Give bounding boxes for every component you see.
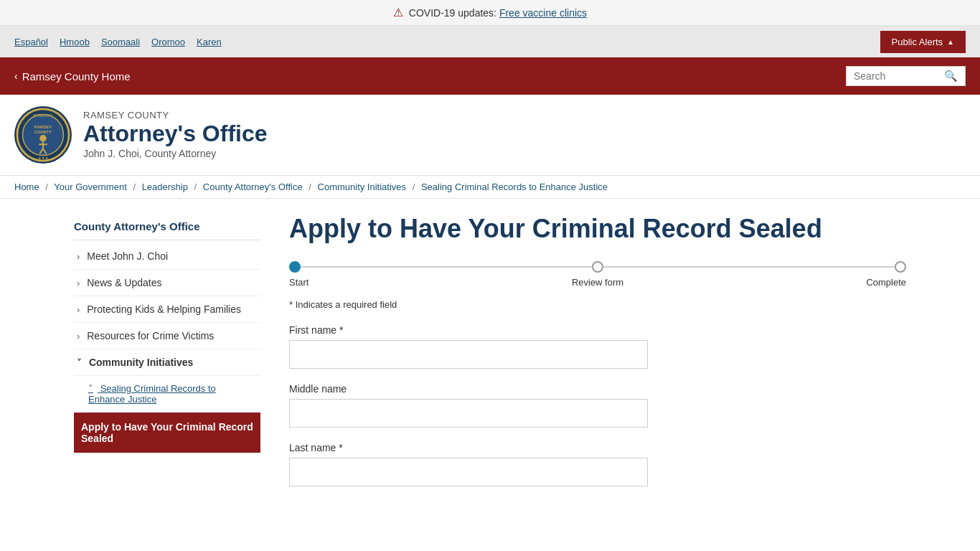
step-connector-1 (301, 266, 592, 268)
sidebar-item-community[interactable]: ˅ Community Initiatives (74, 349, 260, 376)
breadcrumb-leadership[interactable]: Leadership (142, 182, 188, 192)
public-alerts-caret: ▲ (947, 38, 954, 46)
svg-point-4 (39, 135, 47, 142)
form-group-last-name: Last name * (289, 442, 906, 486)
form-area: Apply to Have Your Criminal Record Seale… (289, 213, 906, 501)
sidebar-label-crime: Resources for Crime Victims (87, 330, 214, 342)
office-name: Attorney's Office (83, 121, 268, 146)
main-content: County Attorney's Office › Meet John J. … (60, 199, 920, 515)
svg-text:MINNESOTA: MINNESOTA (33, 114, 54, 118)
arrow-icon-community: ˅ (77, 357, 82, 368)
alert-text: COVID-19 updates: (409, 7, 496, 19)
input-first-name[interactable] (289, 340, 648, 369)
arrow-icon-sealing: ˅ (88, 383, 93, 394)
county-seal-logo: RAMSEY COUNTY ★ ★ ★ MINNESOTA (14, 106, 72, 164)
lang-soomaali[interactable]: Soomaali (101, 37, 140, 47)
sidebar-item-crime-victims[interactable]: › Resources for Crime Victims (74, 323, 260, 349)
sidebar: County Attorney's Office › Meet John J. … (74, 213, 260, 501)
breadcrumb-community-initiatives[interactable]: Community Initiatives (318, 182, 407, 192)
site-title: RAMSEY COUNTY Attorney's Office John J. … (83, 110, 268, 160)
language-links: Español Hmoob Soomaali Oromoo Karen (14, 37, 222, 47)
sidebar-item-protecting-kids[interactable]: › Protecting Kids & Helping Families (74, 296, 260, 323)
search-input[interactable] (854, 70, 940, 82)
search-icon: 🔍 (944, 70, 958, 83)
required-note: * Indicates a required field (289, 299, 906, 310)
dept-name: RAMSEY COUNTY (83, 110, 268, 121)
public-alerts-label: Public Alerts (892, 37, 943, 47)
sidebar-label-sealing: Sealing Criminal Records to Enhance Just… (88, 383, 216, 405)
input-last-name[interactable] (289, 458, 648, 486)
progress-steps-row (289, 261, 906, 273)
label-last-name: Last name * (289, 442, 906, 453)
arrow-icon-crime: › (77, 331, 80, 342)
sidebar-label-community: Community Initiatives (89, 357, 193, 368)
sidebar-item-sealing[interactable]: ˅ Sealing Criminal Records to Enhance Ju… (85, 376, 260, 413)
form-group-middle-name: Middle name (289, 383, 906, 428)
step-label-complete: Complete (700, 277, 906, 288)
label-first-name: First name * (289, 324, 906, 336)
alert-bar: ⚠ COVID-19 updates: Free vaccine clinics (0, 0, 980, 26)
search-box: 🔍 (846, 66, 966, 86)
attorney-name: John J. Choi, County Attorney (83, 148, 268, 160)
breadcrumb-sealing[interactable]: Sealing Criminal Records to Enhance Just… (421, 182, 608, 192)
svg-text:RAMSEY: RAMSEY (34, 125, 52, 129)
svg-text:COUNTY: COUNTY (34, 130, 52, 134)
step-label-start: Start (289, 277, 495, 288)
sidebar-title: County Attorney's Office (74, 213, 260, 240)
step-label-review: Review form (495, 277, 701, 288)
lang-oromoo[interactable]: Oromoo (151, 37, 185, 47)
home-link-label: Ramsey County Home (22, 70, 131, 83)
sidebar-active-label: Apply to Have Your Criminal Record Seale… (81, 421, 253, 444)
lang-espanol[interactable]: Español (14, 37, 48, 47)
lang-karen[interactable]: Karen (197, 37, 222, 47)
label-middle-name: Middle name (289, 383, 906, 395)
arrow-icon-meet-john: › (77, 251, 80, 262)
step-dot-start (289, 261, 301, 273)
svg-text:★ ★ ★: ★ ★ ★ (38, 156, 50, 160)
arrow-icon-news: › (77, 278, 80, 288)
step-connector-2 (603, 266, 895, 268)
sidebar-label-meet-john: Meet John J. Choi (87, 250, 168, 262)
form-group-first-name: First name * (289, 324, 906, 369)
nav-bar: ‹ Ramsey County Home 🔍 (0, 57, 980, 95)
breadcrumb: Home / Your Government / Leadership / Co… (0, 176, 980, 199)
lang-bar: Español Hmoob Soomaali Oromoo Karen Publ… (0, 26, 980, 57)
breadcrumb-home[interactable]: Home (14, 182, 39, 192)
alert-link[interactable]: Free vaccine clinics (499, 7, 587, 19)
sidebar-item-news[interactable]: › News & Updates (74, 270, 260, 296)
input-middle-name[interactable] (289, 399, 648, 428)
breadcrumb-your-government[interactable]: Your Government (54, 182, 126, 192)
step-dot-complete (895, 261, 906, 273)
ramsey-county-home-link[interactable]: ‹ Ramsey County Home (14, 70, 131, 83)
arrow-icon-protecting: › (77, 304, 80, 315)
breadcrumb-county-attorney[interactable]: County Attorney's Office (203, 182, 303, 192)
site-header: RAMSEY COUNTY ★ ★ ★ MINNESOTA RAMSEY COU… (0, 95, 980, 176)
sidebar-label-protecting: Protecting Kids & Helping Families (87, 303, 241, 315)
sidebar-label-news: News & Updates (87, 277, 161, 288)
sidebar-item-meet-john[interactable]: › Meet John J. Choi (74, 243, 260, 270)
page-title: Apply to Have Your Criminal Record Seale… (289, 213, 906, 244)
steps-labels: Start Review form Complete (289, 277, 906, 288)
sidebar-sub: ˅ Sealing Criminal Records to Enhance Ju… (74, 376, 260, 413)
chevron-left-icon: ‹ (14, 70, 18, 82)
sidebar-active-item[interactable]: Apply to Have Your Criminal Record Seale… (74, 413, 260, 453)
step-dot-review (592, 261, 603, 273)
lang-hmoob[interactable]: Hmoob (60, 37, 90, 47)
alert-icon: ⚠ (393, 6, 403, 19)
public-alerts-button[interactable]: Public Alerts ▲ (880, 31, 966, 53)
